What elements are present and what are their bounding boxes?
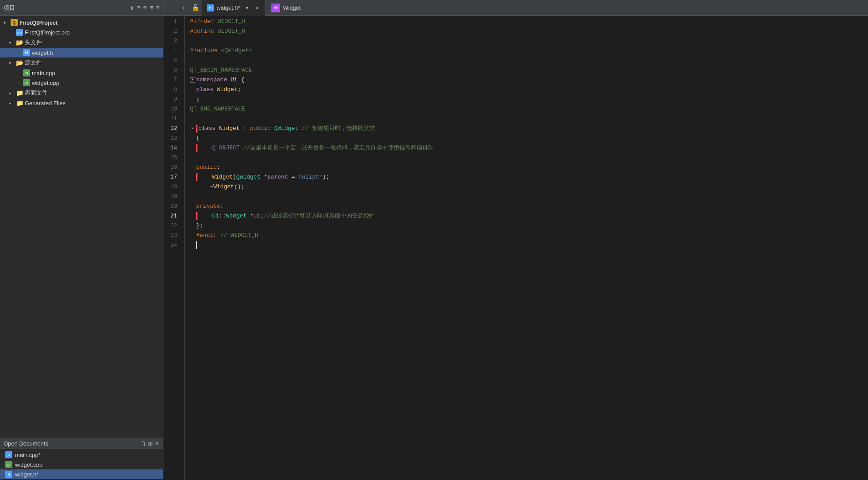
open-doc-main-name: main.cpp*: [15, 452, 41, 458]
lock-icon: 🔓: [190, 4, 201, 11]
project-icon: Q: [11, 19, 18, 26]
code-line-10: QT_END_NAMESPACE: [190, 104, 868, 114]
code-line-21: Ui::Widget *ui;//通过该指针可以访问UI界面中的任意控件: [190, 211, 868, 221]
code-line-8: class Widget;: [190, 85, 868, 95]
ln-23: 23: [163, 231, 181, 240]
tree-item-main-cpp[interactable]: ▸ C+ main.cpp: [0, 68, 163, 78]
open-docs-header-icons: ⇅ ⊞ ✕: [141, 440, 159, 447]
code-line-12: ▾ class Widget : public QWidget // 创建项目时…: [190, 124, 868, 133]
fold-btn-7[interactable]: ▾: [190, 77, 195, 83]
code-line-22: };: [190, 221, 868, 231]
editor: 1 2 3 4 5 6 7 8 9 10 11 12 13 14 15 16 1…: [163, 16, 868, 480]
ln-24: 24: [163, 240, 181, 250]
code-line-16: public:: [190, 163, 868, 172]
tree-item-widget-cpp[interactable]: ▸ C+ widget.cpp: [0, 78, 163, 88]
code-line-7: ▾ namespace Ui {: [190, 75, 868, 85]
red-marker-14: [196, 144, 197, 152]
link-icon[interactable]: ⊕: [143, 4, 147, 11]
ui-folder-name: 界面文件: [25, 89, 48, 97]
code-line-3: [190, 36, 868, 46]
ln-12: 12: [163, 124, 181, 133]
widget-class-icon: W: [271, 4, 280, 12]
code-line-15: [190, 153, 868, 163]
code-line-14: Q_OBJECT //这里本质是一个宏，展开后是一段代码，该宏允许类中使用信号和…: [190, 143, 868, 153]
ln-18: 18: [163, 182, 181, 192]
open-documents-header: Open Documents ⇅ ⊞ ✕: [0, 438, 163, 449]
ln-11: 11: [163, 114, 181, 124]
ln-7: 7: [163, 75, 181, 85]
ln-21: 21: [163, 211, 181, 221]
ln-5: 5: [163, 56, 181, 65]
headers-folder-icon: 📂: [16, 39, 23, 46]
tab-close-button[interactable]: ✕: [254, 4, 260, 12]
widget-class-label: Widget: [283, 4, 300, 11]
open-documents-list: H main.cpp* C+ widget.cpp H widget.h*: [0, 449, 163, 480]
code-line-9: }: [190, 95, 868, 104]
tab-filename: widget.h*: [216, 4, 240, 11]
ln-22: 22: [163, 221, 181, 231]
ln-4: 4: [163, 46, 181, 56]
editor-content[interactable]: 1 2 3 4 5 6 7 8 9 10 11 12 13 14 15 16 1…: [163, 16, 868, 480]
tree-item-headers-folder[interactable]: ▾ 📂 头文件: [0, 37, 163, 48]
code-line-6: QT_BEGIN_NAMESPACE: [190, 65, 868, 75]
main-cpp-icon: C+: [23, 69, 30, 76]
ln-13: 13: [163, 133, 181, 143]
tree-item-ui-folder[interactable]: ▸ 📁 界面文件: [0, 88, 163, 98]
editor-tab-widget-h[interactable]: H widget.h* ▾ ✕: [201, 0, 266, 16]
tree-item-pro-file[interactable]: ▸ pro FirstQtProject.pro: [0, 27, 163, 37]
open-doc-main-cpp[interactable]: H main.cpp*: [0, 450, 163, 460]
sidebar: ▾ Q FirstQtProject ▸ pro FirstQtProject.…: [0, 16, 163, 480]
open-doc-widget-h-name: widget.h*: [15, 471, 38, 478]
sources-folder-name: 源文件: [25, 59, 42, 67]
ln-17: 17: [163, 172, 181, 182]
filter-icon[interactable]: ⊟: [136, 4, 140, 11]
pro-file-name: FirstQtProject.pro: [25, 29, 70, 36]
nav-forward-button[interactable]: ›: [177, 0, 190, 16]
code-content[interactable]: #ifndef WIDGET_H #define WIDGET_H #inclu…: [185, 16, 868, 480]
tree-item-project-root[interactable]: ▾ Q FirstQtProject: [0, 18, 163, 27]
code-line-13: {: [190, 133, 868, 143]
ln-1: 1: [163, 17, 181, 27]
open-docs-close-icon[interactable]: ✕: [155, 440, 159, 447]
open-doc-widget-cpp[interactable]: C+ widget.cpp: [0, 460, 163, 469]
main-cpp-name: main.cpp: [32, 70, 55, 76]
ln-10: 10: [163, 104, 181, 114]
ln-3: 3: [163, 36, 181, 46]
open-doc-widget-h[interactable]: H widget.h*: [0, 469, 163, 479]
image-icon[interactable]: ⊡: [156, 4, 159, 11]
fold-btn-12[interactable]: ▾: [190, 126, 195, 131]
ln-9: 9: [163, 95, 181, 104]
cursor-caret: [196, 241, 197, 249]
open-docs-sort-icon[interactable]: ⇅: [141, 440, 146, 447]
gen-folder-icon: 📁: [16, 99, 23, 107]
widget-cpp-icon: C+: [23, 79, 30, 86]
top-bar-project-section: 项目 ⇅ ⊟ ⊕ ⊞ ⊡: [0, 0, 163, 15]
open-docs-split-icon[interactable]: ⊞: [148, 440, 153, 447]
widget-breadcrumb: W Widget: [266, 4, 306, 12]
tab-file-icon: H: [207, 4, 214, 11]
tree-item-gen-folder[interactable]: ▸ 📁 Generated Files: [0, 98, 163, 108]
project-name: FirstQtProject: [19, 19, 58, 26]
pro-file-icon: pro: [16, 29, 23, 36]
open-doc-widget-h-icon: H: [5, 471, 12, 478]
nav-back-button[interactable]: ‹: [163, 0, 177, 16]
tree-item-sources-folder[interactable]: ▾ 📂 源文件: [0, 57, 163, 68]
ln-14: 14: [163, 143, 181, 153]
top-bar: 项目 ⇅ ⊟ ⊕ ⊞ ⊡ ‹ › 🔓 H widget.h* ▾ ✕ W: [0, 0, 868, 16]
ln-2: 2: [163, 27, 181, 36]
ln-20: 20: [163, 202, 181, 211]
code-line-18: ~Widget();: [190, 182, 868, 192]
open-documents-label: Open Documents: [4, 440, 48, 447]
code-line-20: private:: [190, 202, 868, 211]
open-documents-panel: Open Documents ⇅ ⊞ ✕ H main.cpp* C+ widg…: [0, 438, 163, 480]
top-bar-editor-section: ‹ › 🔓 H widget.h* ▾ ✕ W Widget: [163, 0, 868, 15]
ui-folder-icon: 📁: [16, 89, 23, 96]
sort-icon[interactable]: ⇅: [130, 4, 134, 11]
tree-arrow-gen: ▸: [9, 101, 14, 106]
headers-folder-name: 头文件: [25, 38, 42, 46]
tab-dropdown-btn[interactable]: ▾: [243, 0, 251, 16]
tree-item-widget-h[interactable]: ▸ H widget.h: [0, 48, 163, 57]
add-file-icon[interactable]: ⊞: [149, 4, 153, 11]
code-line-17: Widget(QWidget *parent = nullptr);: [190, 172, 868, 182]
code-line-4: #include <QWidget>: [190, 46, 868, 56]
